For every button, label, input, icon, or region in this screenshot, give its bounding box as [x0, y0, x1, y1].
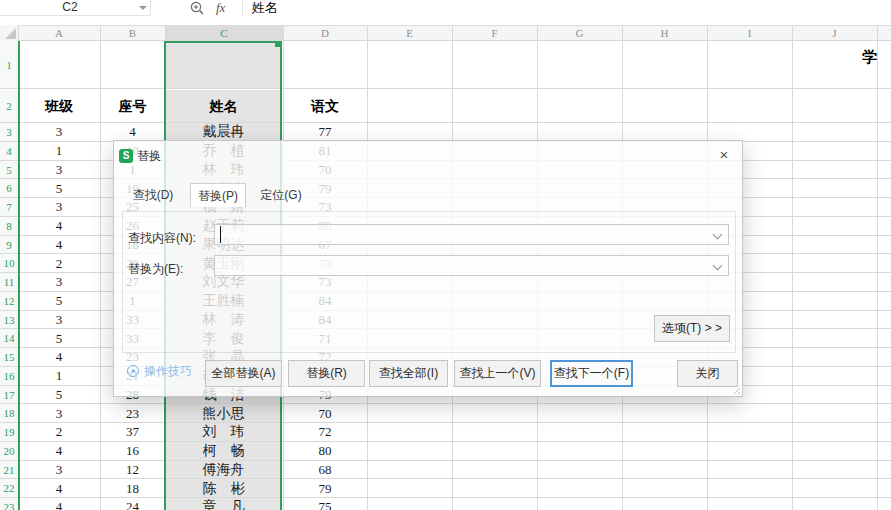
replace-with-label: 替换为(E):	[128, 261, 183, 278]
replace-all-button[interactable]: 全部替换(A)	[205, 360, 282, 387]
replace-dialog: S 替换 × 查找(D)替换(P)定位(G) 查找内容(N): 替换为(E): …	[113, 140, 743, 397]
tab-goto[interactable]: 定位(G)	[254, 183, 308, 207]
replace-button[interactable]: 替换(R)	[288, 360, 365, 387]
table-row	[0, 423, 891, 442]
table-row	[0, 123, 891, 142]
table-row	[0, 498, 891, 510]
selection-handle	[275, 41, 281, 47]
table-row	[0, 442, 891, 461]
table-row	[0, 89, 891, 123]
find-next-button[interactable]: 查找下一个(F)	[550, 360, 633, 387]
wps-spreadsheet-window: C2 fx 姓名 ABCDEFGHIJ 12班级座号姓名语文334戴晨冉7741…	[0, 0, 891, 510]
gridline	[877, 25, 878, 510]
find-what-label: 查找内容(N):	[128, 230, 196, 247]
replace-with-input[interactable]	[214, 255, 729, 276]
selection-top-border	[164, 41, 282, 43]
close-icon[interactable]: ×	[714, 145, 734, 165]
table-row	[0, 479, 891, 498]
gridline	[100, 25, 101, 510]
row1-title-text: 学	[862, 48, 877, 67]
wps-app-icon: S	[119, 149, 133, 163]
text-caret	[220, 226, 221, 243]
close-button[interactable]: 关闭	[677, 360, 738, 387]
options-button[interactable]: 选项(T) > >	[654, 315, 730, 342]
table-row	[0, 404, 891, 423]
selection-gutter-edge	[18, 41, 20, 510]
chevron-down-icon[interactable]	[713, 230, 723, 240]
tab-find[interactable]: 查找(D)	[128, 183, 178, 207]
find-what-input[interactable]	[214, 224, 729, 245]
tips-link-label: 操作技巧	[144, 363, 192, 380]
tab-replace[interactable]: 替换(P)	[190, 183, 246, 207]
tips-link[interactable]: 操作技巧	[127, 363, 192, 379]
find-all-button[interactable]: 查找全部(I)	[369, 360, 448, 387]
dialog-title: 替换	[137, 148, 161, 165]
chevron-down-icon[interactable]	[713, 261, 723, 271]
table-row	[0, 461, 891, 480]
find-previous-button[interactable]: 查找上一个(V)	[454, 360, 541, 387]
table-row	[0, 41, 891, 89]
gridline	[792, 25, 793, 510]
play-circle-icon	[127, 365, 139, 377]
